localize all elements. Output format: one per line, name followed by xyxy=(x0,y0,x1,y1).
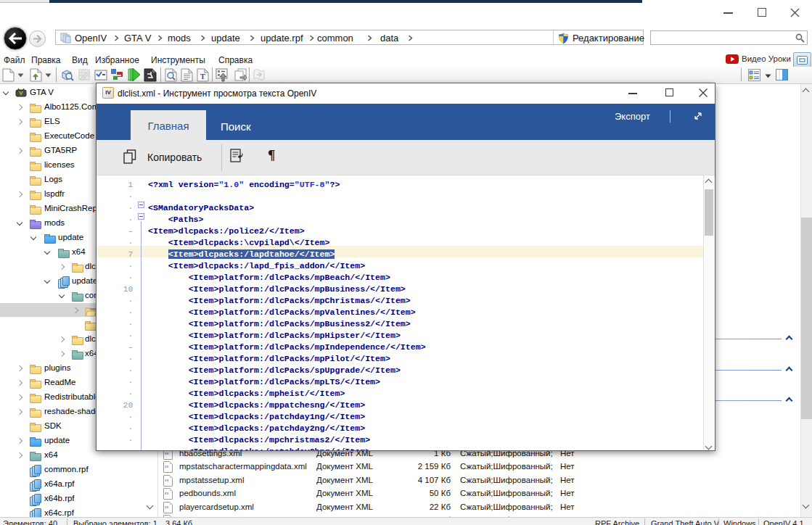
svg-text:T: T xyxy=(200,73,205,80)
